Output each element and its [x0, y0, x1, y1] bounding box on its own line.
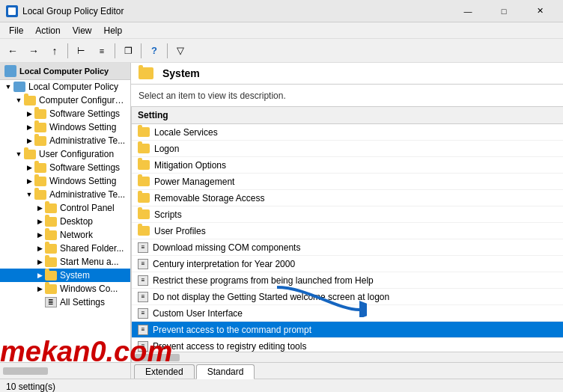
window-title: Local Group Policy Editor — [22, 6, 124, 16]
tree-item-windows-components[interactable]: ▶ Windows Co... — [0, 282, 130, 295]
tree-item-label: Computer Configura... — [39, 95, 127, 105]
item-label: Century interpretation for Year 2000 — [153, 259, 295, 269]
tree-item-user-config[interactable]: ▼ User Configuration — [0, 147, 130, 161]
expand-icon: ▼ — [13, 95, 24, 105]
item-label: Scripts — [154, 209, 182, 220]
tree-item-windows-settings-cc[interactable]: ▶ Windows Setting — [0, 120, 130, 134]
expand-icon: ▶ — [34, 243, 45, 254]
tree-item-label: User Configuration — [39, 149, 114, 159]
tree-item-shared-folders[interactable]: ▶ Shared Folder... — [0, 242, 130, 255]
folder-icon — [45, 217, 57, 227]
tree-item-label: Windows Setting — [49, 122, 116, 132]
new-window-button[interactable]: ❒ — [118, 41, 138, 61]
item-label: Custom User Interface — [153, 308, 243, 319]
item-label: Restrict these programs from being launc… — [153, 275, 374, 286]
tree-item-computer-config[interactable]: ▼ Computer Configura... — [0, 94, 130, 107]
filter-button[interactable]: ▽ — [171, 41, 190, 61]
close-button[interactable]: ✕ — [523, 0, 557, 22]
menu-file[interactable]: File — [3, 24, 29, 37]
minimize-button[interactable]: — — [451, 0, 485, 22]
tree-item-label: Start Menu a... — [60, 257, 119, 267]
all-settings-icon: ≣ — [45, 297, 57, 307]
setting-item-locale-services[interactable]: Locale Services — [132, 124, 563, 141]
setting-item-scripts[interactable]: Scripts — [132, 206, 563, 223]
setting-icon: ≡ — [138, 242, 148, 253]
maximize-button[interactable]: □ — [487, 0, 521, 22]
tree-item-label: Software Settings — [49, 162, 120, 173]
tree-item-administrative-te-cc[interactable]: ▶ Administrative Te... — [0, 134, 130, 147]
folder-icon — [45, 271, 57, 281]
expand-icon: ▶ — [34, 230, 45, 240]
tree-item-label: System — [60, 270, 90, 281]
folder-icon — [24, 96, 36, 105]
main-area: Local Computer Policy ▼ Local Computer P… — [0, 63, 563, 362]
setting-item-do-not-display[interactable]: ≡ Do not display the Getting Started wel… — [132, 289, 563, 305]
tree-item-label: Administrative Te... — [49, 189, 125, 200]
tree-item-start-menu[interactable]: ▶ Start Menu a... — [0, 255, 130, 269]
status-bar: 10 setting(s) — [0, 379, 563, 392]
setting-item-logon[interactable]: Logon — [132, 141, 563, 157]
setting-item-century-interpretation[interactable]: ≡ Century interpretation for Year 2000 — [132, 256, 563, 272]
item-label: Do not display the Getting Started welco… — [153, 292, 389, 302]
tree-item-all-settings[interactable]: ≣ All Settings — [0, 295, 130, 309]
tree-view-button[interactable]: ≡ — [92, 41, 112, 61]
tree-pane: Local Computer Policy ▼ Local Computer P… — [0, 63, 131, 362]
setting-item-prevent-registry[interactable]: ≡ Prevent access to registry editing too… — [132, 338, 563, 352]
tree-item-software-settings-uc[interactable]: ▶ Software Settings — [0, 161, 130, 174]
item-label: Download missing COM components — [153, 242, 300, 253]
menu-action[interactable]: Action — [29, 24, 66, 37]
folder-icon — [45, 257, 57, 267]
expand-icon: ▼ — [3, 82, 13, 92]
expand-icon: ▶ — [34, 216, 45, 227]
tree-item-administrative-te-uc[interactable]: ▼ Administrative Te... — [0, 188, 130, 201]
item-folder-icon — [138, 127, 150, 137]
up-button[interactable]: ↑ — [45, 41, 64, 61]
item-label: Power Management — [154, 177, 234, 187]
right-pane: System Select an item to view its descri… — [131, 63, 563, 362]
menu-help[interactable]: Help — [98, 24, 129, 37]
tree-hscroll-thumb[interactable] — [3, 367, 48, 375]
horizontal-scrollbar[interactable] — [132, 352, 563, 362]
item-label: Mitigation Options — [154, 160, 226, 171]
expand-icon: ▼ — [13, 149, 24, 159]
setting-item-custom-user-interface[interactable]: ≡ Custom User Interface — [132, 305, 563, 322]
item-label: Prevent access to the command prompt — [153, 325, 311, 335]
toolbar-separator-2 — [115, 43, 115, 58]
forward-button[interactable]: → — [24, 41, 43, 61]
tree-item-control-panel[interactable]: ▶ Control Panel — [0, 201, 130, 215]
tree-item-label: All Settings — [60, 297, 105, 307]
setting-item-download-missing-com[interactable]: ≡ Download missing COM components — [132, 239, 563, 256]
setting-icon: ≡ — [138, 292, 148, 302]
tree-item-software-settings-cc[interactable]: ▶ Software Settings — [0, 107, 130, 120]
show-hide-tree-button[interactable]: ⊢ — [71, 41, 91, 61]
content-header-title: System — [162, 67, 200, 79]
back-button[interactable]: ← — [3, 41, 22, 61]
tree-item-system[interactable]: ▶ System — [0, 269, 130, 282]
description-area: Select an item to view its description. — [131, 85, 563, 107]
setting-list[interactable]: Locale Services Logon Mitigation Options… — [132, 124, 563, 352]
item-folder-icon — [138, 177, 150, 186]
setting-item-removable-storage[interactable]: Removable Storage Access — [132, 190, 563, 206]
expand-icon: ▶ — [34, 270, 45, 281]
setting-area: Setting Locale Services Logon Mitigation… — [131, 107, 563, 362]
system-folder-icon — [139, 67, 153, 79]
item-folder-icon — [138, 226, 150, 236]
setting-item-mitigation-options[interactable]: Mitigation Options — [132, 157, 563, 174]
item-folder-icon — [138, 144, 150, 153]
folder-icon — [45, 203, 57, 213]
setting-icon: ≡ — [138, 259, 148, 269]
tabs-container: Extended Standard — [131, 363, 563, 379]
tree-item-network[interactable]: ▶ Network — [0, 228, 130, 242]
status-text: 10 setting(s) — [6, 382, 55, 392]
setting-item-user-profiles[interactable]: User Profiles — [132, 223, 563, 239]
tree-item-desktop[interactable]: ▶ Desktop — [0, 215, 130, 228]
tree-item-windows-settings-uc[interactable]: ▶ Windows Setting — [0, 174, 130, 188]
setting-item-restrict-programs[interactable]: ≡ Restrict these programs from being lau… — [132, 272, 563, 289]
menu-view[interactable]: View — [67, 24, 98, 37]
tree-item-local-computer-policy[interactable]: ▼ Local Computer Policy — [0, 80, 130, 94]
setting-item-prevent-command-prompt[interactable]: ≡ Prevent access to the command prompt — [132, 322, 563, 338]
tab-standard[interactable]: Standard — [196, 364, 255, 379]
expand-icon: ▼ — [24, 189, 34, 200]
setting-item-power-management[interactable]: Power Management — [132, 174, 563, 190]
help-button[interactable]: ? — [144, 41, 164, 61]
